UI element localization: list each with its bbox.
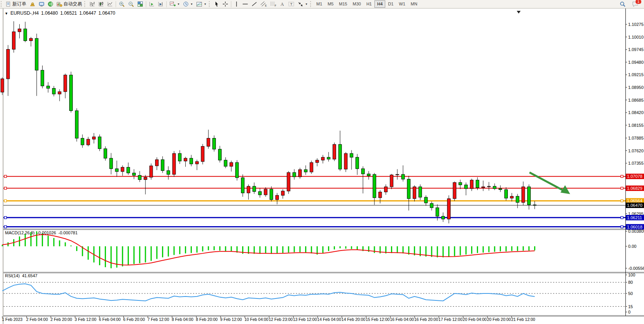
timeframe-d1-button[interactable]: D1	[385, 0, 396, 8]
candle	[310, 162, 313, 172]
rsi-tick-label: 50	[628, 291, 633, 296]
candle	[281, 191, 284, 195]
timeframe-m30-button[interactable]: M30	[350, 0, 364, 8]
signal-button[interactable]	[46, 0, 55, 8]
line-handle[interactable]	[4, 217, 7, 219]
candle	[167, 171, 170, 174]
high-value: 1.06521	[60, 10, 77, 16]
auto-trading-button[interactable]: 自动交易	[55, 0, 84, 8]
line-handle[interactable]	[4, 187, 7, 189]
timeframe-m15-button[interactable]: M15	[336, 0, 350, 8]
toolbar-grip[interactable]	[84, 1, 87, 7]
search-button[interactable]	[618, 0, 627, 8]
indicators-button[interactable]: ▼	[168, 0, 181, 8]
bar-chart-button[interactable]	[88, 0, 97, 8]
line-handle[interactable]	[4, 175, 7, 177]
price-badge-label: 1.06470	[627, 203, 642, 208]
candle	[1, 79, 4, 92]
periods-button[interactable]: ▼	[181, 0, 195, 8]
horizontal-line-button[interactable]	[241, 0, 250, 8]
line-handle[interactable]	[621, 187, 623, 189]
candle	[356, 157, 359, 169]
date-tick-label: 20 Feb 20:00	[487, 317, 511, 322]
zoom-in-button[interactable]	[117, 0, 126, 8]
chart-canvas[interactable]: 1.102751.100101.097451.094801.092151.089…	[0, 0, 644, 324]
auto-scroll-button[interactable]	[147, 0, 156, 8]
dropdown-caret-icon: ▼	[177, 3, 180, 5]
chart-menu-icon[interactable]: ▼	[5, 12, 8, 15]
trendline-button[interactable]	[250, 0, 259, 8]
arrows-tool-icon	[297, 1, 304, 7]
svg-text:T: T	[290, 2, 292, 6]
macd-name: MACD(12,26,9)	[5, 230, 34, 235]
candle	[384, 187, 388, 192]
date-tick-label: 6 Feb 04:00	[99, 317, 121, 322]
equidistant-channel-button[interactable]: E	[259, 0, 268, 8]
toolbar-grip[interactable]	[310, 1, 313, 7]
line-handle[interactable]	[621, 226, 623, 228]
candlestick-chart-button[interactable]	[97, 0, 106, 8]
line-handle[interactable]	[621, 200, 623, 202]
line-handle[interactable]	[4, 200, 7, 202]
candle	[299, 170, 302, 177]
zoom-in-icon	[119, 1, 125, 7]
zoom-out-button[interactable]	[126, 0, 136, 8]
cursor-icon	[214, 1, 219, 7]
bar-chart-icon	[89, 1, 95, 7]
tile-windows-button[interactable]	[136, 0, 145, 8]
fibonacci-button[interactable]: F	[268, 0, 278, 8]
candle	[476, 180, 479, 188]
gold-ingots-button[interactable]	[28, 0, 37, 8]
timeframe-m5-button[interactable]: M5	[325, 0, 336, 8]
arrows-tool-button[interactable]: ▼	[296, 0, 309, 8]
candle	[98, 137, 101, 149]
main-toolbar: 新订单 自动交易 ▼ ▼	[0, 0, 644, 9]
toolbar-grip[interactable]	[209, 1, 211, 7]
candle	[173, 153, 176, 174]
fibonacci-icon: F	[270, 1, 277, 7]
crosshair-button[interactable]	[221, 0, 230, 8]
candle	[316, 160, 319, 162]
toolbar-grip[interactable]	[1, 1, 3, 7]
gold-ingots-icon	[29, 2, 36, 7]
candle	[236, 162, 239, 177]
remote-terminal-button[interactable]	[37, 0, 46, 8]
candle	[436, 208, 439, 216]
macd-value: -0.001026	[37, 230, 56, 235]
rsi-name: RSI(14)	[5, 273, 20, 278]
new-order-button[interactable]: 新订单	[4, 0, 28, 8]
line-handle[interactable]	[4, 226, 7, 228]
date-tick-label: 1 Feb 2023	[2, 317, 22, 322]
timeframe-mn-button[interactable]: MN	[408, 0, 420, 8]
timeframe-w1-button[interactable]: W1	[396, 0, 408, 8]
timeframe-h4-button[interactable]: H4	[374, 0, 385, 8]
candle	[46, 86, 50, 88]
candle	[201, 146, 204, 161]
cursor-button[interactable]	[212, 0, 221, 8]
price-tick-label: 1.07620	[628, 148, 644, 153]
price-tick-label: 1.08685	[628, 98, 644, 102]
candle	[350, 153, 353, 157]
line-handle[interactable]	[621, 175, 623, 177]
candle	[190, 158, 193, 164]
timeframe-m1-button[interactable]: M1	[314, 0, 325, 8]
vertical-line-button[interactable]	[232, 0, 241, 8]
text-label-button[interactable]: T	[287, 0, 296, 8]
templates-button[interactable]: ▼	[195, 0, 208, 8]
candle	[390, 175, 393, 187]
symbol-period-label: EURUSD-,H4	[10, 10, 39, 16]
line-handle[interactable]	[621, 217, 623, 219]
candle	[104, 149, 107, 159]
price-badge-label: 1.06564	[627, 198, 642, 203]
line-chart-button[interactable]	[106, 0, 114, 8]
date-tick-label: 3 Feb 12:00	[75, 317, 96, 322]
date-tick-label: 6 Feb 20:00	[123, 317, 145, 322]
chart-shift-button[interactable]	[156, 0, 165, 8]
auto-scroll-icon	[149, 1, 155, 7]
candle	[195, 162, 198, 164]
timeframe-h1-button[interactable]: H1	[364, 0, 374, 8]
chat-button[interactable]: 1	[630, 0, 640, 8]
candle	[522, 187, 525, 203]
text-button[interactable]: A	[278, 0, 287, 8]
candle	[258, 191, 261, 195]
